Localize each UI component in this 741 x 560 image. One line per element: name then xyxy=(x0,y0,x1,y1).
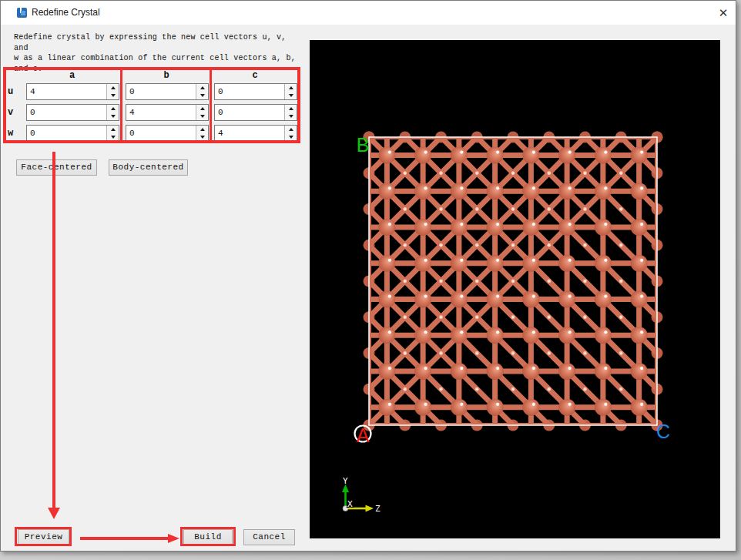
spin-up-button[interactable] xyxy=(107,126,119,133)
matrix-input-v-b[interactable] xyxy=(126,105,196,120)
annotation-divider-1 xyxy=(120,70,122,140)
spinbox-w-a xyxy=(26,125,119,142)
spin-down-button[interactable] xyxy=(196,112,208,120)
axis-triad: Y X Z xyxy=(342,476,381,514)
cell-label-c: C xyxy=(656,421,670,442)
spinbox-u-b xyxy=(126,83,209,100)
close-icon[interactable]: ✕ xyxy=(714,4,733,22)
matrix-input-u-a[interactable] xyxy=(27,84,106,99)
spinbox-v-c xyxy=(214,104,297,121)
column-header-c: c xyxy=(214,70,296,81)
spinbox-w-b xyxy=(126,125,209,142)
dialog-description: Redefine crystal by expressing the new c… xyxy=(14,32,300,74)
app-logo-icon xyxy=(17,8,27,18)
cell-label-a: A xyxy=(357,424,370,446)
spin-up-button[interactable] xyxy=(196,126,208,133)
spin-up-button[interactable] xyxy=(107,105,119,112)
annotation-arrow-down-line xyxy=(52,152,55,508)
spin-down-button[interactable] xyxy=(196,133,208,141)
structure-viewport[interactable]: B A C Y X Z xyxy=(310,40,720,538)
annotation-arrow-right-line xyxy=(80,537,169,540)
spin-up-button[interactable] xyxy=(196,105,208,112)
annotation-divider-2 xyxy=(210,70,212,140)
row-label-v: v xyxy=(8,107,18,118)
z-axis-arrowhead xyxy=(366,505,374,512)
crystal-lattice xyxy=(310,132,720,431)
matrix-input-u-c[interactable] xyxy=(215,84,284,99)
build-button[interactable]: Build xyxy=(183,529,233,545)
spin-down-button[interactable] xyxy=(285,92,297,99)
spin-up-button[interactable] xyxy=(285,126,297,133)
matrix-input-v-c[interactable] xyxy=(215,105,284,120)
matrix-input-u-b[interactable] xyxy=(126,84,196,99)
cell-label-b: B xyxy=(357,134,370,156)
spin-up-button[interactable] xyxy=(285,84,297,92)
spinbox-u-c xyxy=(214,83,297,100)
annotation-arrow-down-head xyxy=(48,508,60,519)
column-header-b: b xyxy=(126,70,207,81)
body-centered-button[interactable]: Body-centered xyxy=(109,159,188,176)
spin-down-button[interactable] xyxy=(285,133,297,141)
matrix-input-w-a[interactable] xyxy=(27,126,106,141)
spinbox-v-a xyxy=(26,104,119,121)
row-label-u: u xyxy=(8,86,18,97)
cancel-button[interactable]: Cancel xyxy=(243,529,295,545)
y-axis-label: Y xyxy=(343,476,348,486)
spinbox-u-a xyxy=(26,83,119,100)
spin-up-button[interactable] xyxy=(196,84,208,92)
matrix-input-v-a[interactable] xyxy=(27,105,106,120)
redefine-crystal-dialog: Redefine Crystal ✕ Redefine crystal by e… xyxy=(0,0,736,552)
spinbox-v-b xyxy=(126,104,209,121)
z-axis-label: Z xyxy=(375,504,381,514)
column-header-a: a xyxy=(26,70,118,81)
face-centered-button[interactable]: Face-centered xyxy=(16,159,97,176)
annotation-arrow-right-head xyxy=(168,534,179,543)
spin-down-button[interactable] xyxy=(107,112,119,120)
spin-down-button[interactable] xyxy=(285,112,297,120)
window-title: Redefine Crystal xyxy=(32,7,100,18)
spin-down-button[interactable] xyxy=(107,133,119,141)
matrix-input-w-b[interactable] xyxy=(126,126,196,141)
spin-up-button[interactable] xyxy=(107,84,119,92)
title-bar[interactable]: Redefine Crystal ✕ xyxy=(1,1,736,25)
matrix-input-w-c[interactable] xyxy=(215,126,284,141)
screen: Redefine Crystal ✕ Redefine crystal by e… xyxy=(0,0,741,560)
spinbox-w-c xyxy=(214,125,297,142)
preview-button[interactable]: Preview xyxy=(18,529,69,545)
spin-down-button[interactable] xyxy=(107,92,119,99)
x-axis-label: X xyxy=(347,499,353,509)
spin-down-button[interactable] xyxy=(196,92,208,99)
row-label-w: w xyxy=(8,128,18,139)
spin-up-button[interactable] xyxy=(285,105,297,112)
